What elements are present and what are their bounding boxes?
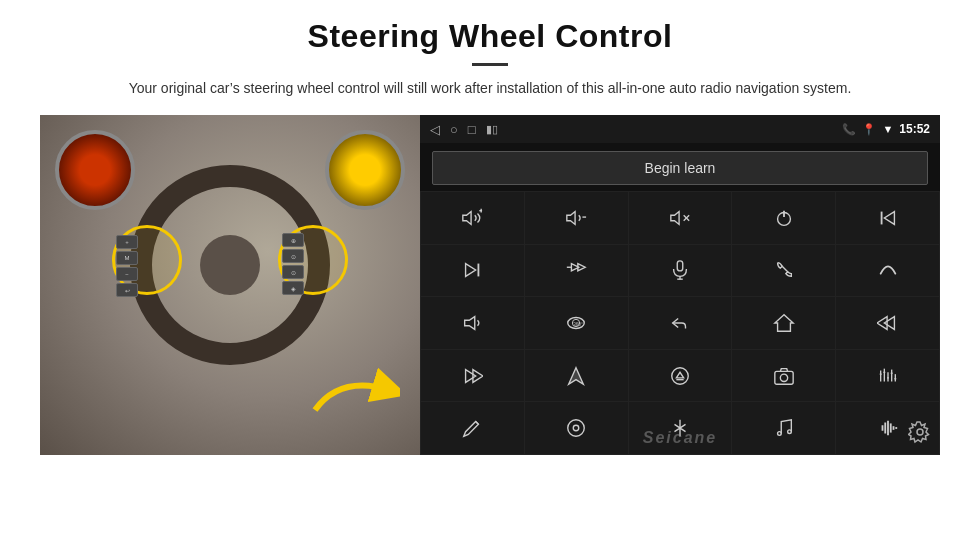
sw-btn-src: ⊕ — [282, 233, 304, 247]
steering-wheel-image: + M − ↩ ⊕ ⊙ ⊙ ◈ — [40, 115, 420, 455]
icon-settings-circle[interactable] — [525, 402, 628, 454]
icon-prev-skip[interactable] — [836, 192, 939, 244]
steering-wheel-bg: + M − ↩ ⊕ ⊙ ⊙ ◈ — [40, 115, 420, 455]
icon-bluetooth[interactable] — [629, 402, 732, 454]
sw-btn-call: ↩ — [116, 283, 138, 297]
icon-pen[interactable] — [421, 402, 524, 454]
icon-horn[interactable] — [421, 297, 524, 349]
svg-rect-18 — [677, 261, 683, 271]
svg-point-31 — [672, 367, 689, 384]
svg-point-48 — [573, 425, 579, 431]
icon-back[interactable] — [629, 297, 732, 349]
sw-btn-prev: ⊙ — [282, 265, 304, 279]
sw-btn-extra: ◈ — [282, 281, 304, 295]
svg-rect-34 — [775, 371, 793, 384]
phone-status-icon: 📞 — [842, 123, 856, 136]
svg-text:360°: 360° — [573, 322, 583, 327]
begin-learn-row: Begin learn — [420, 143, 940, 191]
status-bar: ◁ ○ □ ▮▯ 📞 📍 ▼ 15:52 — [420, 115, 940, 143]
svg-marker-1 — [463, 211, 471, 224]
status-bar-left: ◁ ○ □ ▮▯ — [430, 122, 498, 137]
svg-marker-30 — [569, 367, 584, 384]
icon-eject[interactable] — [629, 350, 732, 402]
gauge-left — [55, 130, 135, 210]
wifi-status-icon: ▼ — [882, 123, 893, 135]
steering-wheel-center — [200, 235, 260, 295]
svg-marker-32 — [676, 372, 683, 378]
icon-shuffle-next[interactable] — [525, 245, 628, 297]
android-screen: ◁ ○ □ ▮▯ 📞 📍 ▼ 15:52 Begin learn — [420, 115, 940, 455]
icon-skip-forward[interactable] — [421, 245, 524, 297]
back-nav-icon: ◁ — [430, 122, 440, 137]
sw-btn-vol-up: + — [116, 235, 138, 249]
icon-camera[interactable] — [732, 350, 835, 402]
svg-marker-21 — [465, 317, 475, 330]
svg-marker-6 — [671, 211, 679, 224]
svg-point-59 — [917, 429, 923, 435]
square-nav-icon: □ — [468, 122, 476, 137]
icon-next-track[interactable] — [421, 350, 524, 402]
icon-navigate-arrow[interactable] — [525, 350, 628, 402]
icon-skip-back[interactable] — [836, 297, 939, 349]
page-wrapper: Steering Wheel Control Your original car… — [0, 0, 980, 548]
begin-learn-button[interactable]: Begin learn — [432, 151, 928, 185]
svg-marker-25 — [775, 315, 793, 332]
icon-phone-call[interactable] — [732, 245, 835, 297]
gauge-right — [325, 130, 405, 210]
right-button-group: ⊕ ⊙ ⊙ ◈ — [282, 233, 304, 295]
settings-gear-icon[interactable] — [908, 420, 932, 450]
title-section: Steering Wheel Control Your original car… — [40, 18, 940, 115]
icon-music-note[interactable] — [732, 402, 835, 454]
subtitle: Your original car’s steering wheel contr… — [100, 78, 880, 99]
icon-hang-up[interactable] — [836, 245, 939, 297]
icon-volume-down[interactable] — [525, 192, 628, 244]
svg-point-50 — [787, 430, 791, 434]
svg-marker-26 — [884, 317, 894, 330]
icon-360-view[interactable]: 360° — [525, 297, 628, 349]
icon-microphone[interactable] — [629, 245, 732, 297]
content-row: + M − ↩ ⊕ ⊙ ⊙ ◈ — [40, 115, 940, 455]
icon-grid: 360° — [420, 191, 940, 455]
svg-marker-28 — [466, 369, 476, 382]
circle-nav-icon: ○ — [450, 122, 458, 137]
sw-btn-mode: M — [116, 251, 138, 265]
svg-marker-13 — [466, 264, 476, 277]
status-bar-right: 📞 📍 ▼ 15:52 — [842, 122, 930, 136]
title-divider — [472, 63, 508, 66]
svg-line-46 — [476, 422, 479, 425]
battery-icon: ▮▯ — [486, 123, 498, 136]
svg-point-35 — [780, 374, 787, 381]
svg-point-47 — [568, 420, 585, 437]
yellow-arrow-icon — [310, 355, 400, 425]
svg-marker-12 — [884, 211, 894, 224]
page-title: Steering Wheel Control — [40, 18, 940, 55]
svg-point-49 — [777, 432, 781, 436]
icon-volume-up[interactable] — [421, 192, 524, 244]
sw-btn-next: ⊙ — [282, 249, 304, 263]
icon-power[interactable] — [732, 192, 835, 244]
icon-equalizer[interactable] — [836, 350, 939, 402]
status-time: 15:52 — [899, 122, 930, 136]
icon-home[interactable] — [732, 297, 835, 349]
sw-btn-vol-dn: − — [116, 267, 138, 281]
icon-mute[interactable] — [629, 192, 732, 244]
left-button-group: + M − ↩ — [116, 235, 138, 297]
svg-marker-4 — [567, 211, 575, 224]
location-status-icon: 📍 — [862, 123, 876, 136]
